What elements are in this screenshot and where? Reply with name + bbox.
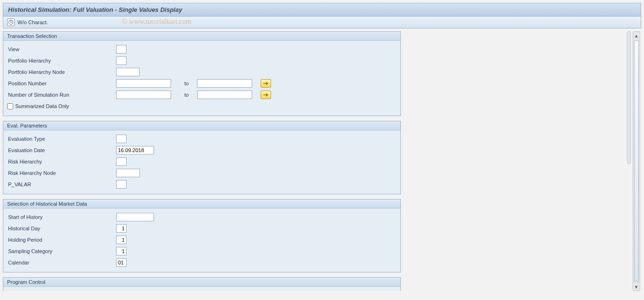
- label-start-history: Start of History: [7, 214, 116, 220]
- portfolio-hierarchy-node-input[interactable]: [116, 68, 140, 76]
- group-header-program: Program Control: [3, 278, 400, 287]
- position-number-high-input[interactable]: [197, 79, 252, 88]
- watermark: © www.tutorialkart.com: [122, 18, 191, 26]
- page-title: Historical Simulation: Full Valuation - …: [3, 3, 641, 17]
- label-risk-hierarchy: Risk Hierarchy: [7, 159, 116, 164]
- risk-hierarchy-input[interactable]: [116, 157, 127, 166]
- label-sampling-category: Sampling Category: [7, 248, 116, 254]
- toolbar: W/o Charact. © www.tutorialkart.com: [3, 17, 641, 28]
- execute-icon[interactable]: [7, 18, 15, 26]
- label-summarized-data: Summarized Data Only: [15, 103, 69, 109]
- group-header-eval: Eval. Parameters: [3, 121, 400, 130]
- portfolio-hierarchy-input[interactable]: [116, 56, 127, 65]
- content-area: Transaction Selection View Portfolio Hie…: [3, 28, 641, 294]
- label-risk-hierarchy-node: Risk Hierarchy Node: [7, 170, 116, 176]
- evaluation-type-input[interactable]: [116, 135, 127, 143]
- label-position-number: Position Number: [7, 81, 116, 86]
- evaluation-date-input[interactable]: [116, 146, 154, 155]
- summarized-data-checkbox[interactable]: [7, 103, 13, 109]
- right-scroll-area: ▴ ▾: [404, 31, 641, 291]
- label-holding-period: Holding Period: [7, 237, 116, 243]
- simulation-run-low-input[interactable]: [116, 91, 171, 99]
- group-historical-market-data: Selection of Historical Market Data Star…: [3, 199, 401, 273]
- view-input[interactable]: [116, 45, 127, 54]
- sampling-category-input[interactable]: [116, 247, 127, 255]
- wo-charact-button[interactable]: W/o Charact.: [18, 19, 48, 25]
- simulation-run-high-input[interactable]: [197, 91, 252, 99]
- risk-hierarchy-node-input[interactable]: [116, 169, 140, 177]
- label-portfolio-hierarchy: Portfolio Hierarchy: [7, 58, 116, 64]
- label-historical-day: Historical Day: [7, 226, 116, 231]
- group-header-transaction: Transaction Selection: [3, 32, 400, 41]
- form-column: Transaction Selection View Portfolio Hie…: [3, 31, 401, 291]
- group-header-hist: Selection of Historical Market Data: [3, 200, 400, 209]
- label-portfolio-hierarchy-node: Portfolio Hierarchy Node: [7, 69, 116, 75]
- historical-day-input[interactable]: [116, 224, 127, 233]
- label-evaluation-date: Evaluation Date: [7, 147, 116, 153]
- label-view: View: [7, 46, 116, 52]
- label-to-2: to: [184, 92, 189, 98]
- inner-scrollbar[interactable]: [627, 31, 631, 164]
- group-eval-parameters: Eval. Parameters Evaluation Type Evaluat…: [3, 121, 401, 194]
- start-history-input[interactable]: [116, 213, 154, 221]
- scroll-down-icon[interactable]: ▾: [633, 283, 640, 291]
- label-simulation-run: Number of Simulation Run: [7, 92, 116, 98]
- scroll-thumb[interactable]: [634, 40, 639, 282]
- vertical-scrollbar[interactable]: ▴ ▾: [633, 31, 640, 291]
- holding-period-input[interactable]: [116, 236, 127, 244]
- label-evaluation-type: Evaluation Type: [7, 136, 116, 142]
- group-transaction-selection: Transaction Selection View Portfolio Hie…: [3, 31, 401, 116]
- group-program-control: Program Control Display Currency Evaluat…: [3, 277, 401, 291]
- calendar-input[interactable]: [116, 258, 127, 267]
- multiple-selection-button-simrun[interactable]: [261, 91, 271, 99]
- label-calendar: Calendar: [7, 260, 116, 265]
- label-p-valar: P_VALAR: [7, 182, 116, 187]
- label-to-1: to: [184, 81, 189, 86]
- p-valar-input[interactable]: [116, 180, 127, 189]
- position-number-low-input[interactable]: [116, 79, 171, 88]
- scroll-up-icon[interactable]: ▴: [633, 32, 640, 39]
- multiple-selection-button-posnum[interactable]: [261, 79, 271, 88]
